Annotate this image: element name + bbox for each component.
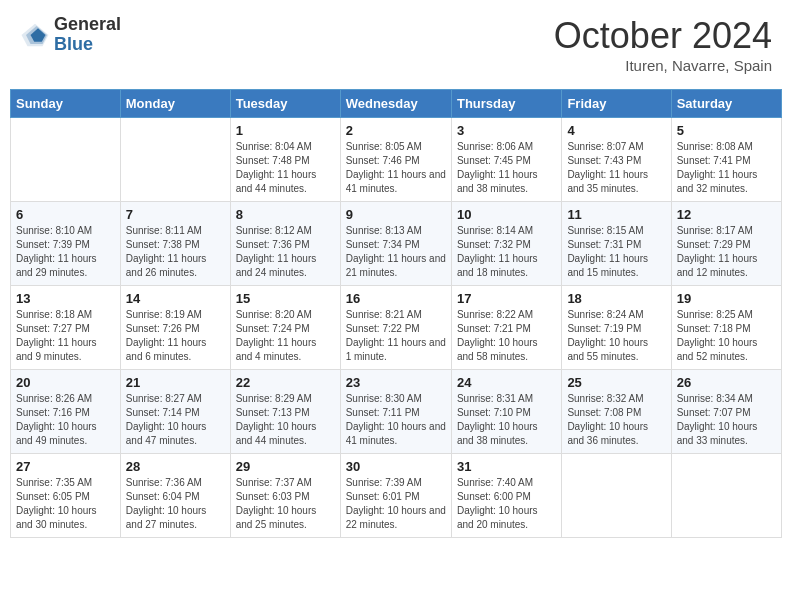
day-detail: Sunrise: 8:25 AMSunset: 7:18 PMDaylight:… xyxy=(677,308,776,364)
day-number: 12 xyxy=(677,207,776,222)
calendar-cell: 19Sunrise: 8:25 AMSunset: 7:18 PMDayligh… xyxy=(671,286,781,370)
day-detail: Sunrise: 8:18 AMSunset: 7:27 PMDaylight:… xyxy=(16,308,115,364)
day-detail: Sunrise: 8:06 AMSunset: 7:45 PMDaylight:… xyxy=(457,140,556,196)
day-detail: Sunrise: 8:21 AMSunset: 7:22 PMDaylight:… xyxy=(346,308,446,364)
day-detail: Sunrise: 8:08 AMSunset: 7:41 PMDaylight:… xyxy=(677,140,776,196)
calendar-cell: 23Sunrise: 8:30 AMSunset: 7:11 PMDayligh… xyxy=(340,370,451,454)
day-detail: Sunrise: 8:07 AMSunset: 7:43 PMDaylight:… xyxy=(567,140,665,196)
day-number: 14 xyxy=(126,291,225,306)
day-number: 26 xyxy=(677,375,776,390)
location-subtitle: Ituren, Navarre, Spain xyxy=(554,57,772,74)
weekday-header: Friday xyxy=(562,90,671,118)
day-number: 21 xyxy=(126,375,225,390)
day-number: 6 xyxy=(16,207,115,222)
day-detail: Sunrise: 8:31 AMSunset: 7:10 PMDaylight:… xyxy=(457,392,556,448)
day-number: 30 xyxy=(346,459,446,474)
calendar-cell: 3Sunrise: 8:06 AMSunset: 7:45 PMDaylight… xyxy=(451,118,561,202)
calendar-cell: 7Sunrise: 8:11 AMSunset: 7:38 PMDaylight… xyxy=(120,202,230,286)
day-number: 31 xyxy=(457,459,556,474)
day-detail: Sunrise: 8:24 AMSunset: 7:19 PMDaylight:… xyxy=(567,308,665,364)
calendar-cell: 10Sunrise: 8:14 AMSunset: 7:32 PMDayligh… xyxy=(451,202,561,286)
day-number: 20 xyxy=(16,375,115,390)
logo: General Blue xyxy=(20,15,121,55)
day-number: 10 xyxy=(457,207,556,222)
day-number: 13 xyxy=(16,291,115,306)
calendar-cell: 6Sunrise: 8:10 AMSunset: 7:39 PMDaylight… xyxy=(11,202,121,286)
day-detail: Sunrise: 8:30 AMSunset: 7:11 PMDaylight:… xyxy=(346,392,446,448)
calendar-cell: 1Sunrise: 8:04 AMSunset: 7:48 PMDaylight… xyxy=(230,118,340,202)
calendar-cell: 17Sunrise: 8:22 AMSunset: 7:21 PMDayligh… xyxy=(451,286,561,370)
day-number: 5 xyxy=(677,123,776,138)
day-detail: Sunrise: 8:12 AMSunset: 7:36 PMDaylight:… xyxy=(236,224,335,280)
month-title: October 2024 xyxy=(554,15,772,57)
calendar-cell: 24Sunrise: 8:31 AMSunset: 7:10 PMDayligh… xyxy=(451,370,561,454)
calendar-cell xyxy=(11,118,121,202)
day-detail: Sunrise: 7:37 AMSunset: 6:03 PMDaylight:… xyxy=(236,476,335,532)
day-detail: Sunrise: 8:20 AMSunset: 7:24 PMDaylight:… xyxy=(236,308,335,364)
calendar-cell: 15Sunrise: 8:20 AMSunset: 7:24 PMDayligh… xyxy=(230,286,340,370)
day-number: 25 xyxy=(567,375,665,390)
day-number: 15 xyxy=(236,291,335,306)
calendar-cell: 18Sunrise: 8:24 AMSunset: 7:19 PMDayligh… xyxy=(562,286,671,370)
day-detail: Sunrise: 7:39 AMSunset: 6:01 PMDaylight:… xyxy=(346,476,446,532)
day-number: 18 xyxy=(567,291,665,306)
calendar-cell xyxy=(120,118,230,202)
calendar-cell: 16Sunrise: 8:21 AMSunset: 7:22 PMDayligh… xyxy=(340,286,451,370)
day-detail: Sunrise: 8:19 AMSunset: 7:26 PMDaylight:… xyxy=(126,308,225,364)
day-number: 2 xyxy=(346,123,446,138)
day-detail: Sunrise: 8:10 AMSunset: 7:39 PMDaylight:… xyxy=(16,224,115,280)
calendar-cell xyxy=(671,454,781,538)
calendar-week-row: 1Sunrise: 8:04 AMSunset: 7:48 PMDaylight… xyxy=(11,118,782,202)
day-number: 23 xyxy=(346,375,446,390)
day-detail: Sunrise: 7:35 AMSunset: 6:05 PMDaylight:… xyxy=(16,476,115,532)
day-number: 22 xyxy=(236,375,335,390)
calendar-cell: 30Sunrise: 7:39 AMSunset: 6:01 PMDayligh… xyxy=(340,454,451,538)
calendar-cell: 8Sunrise: 8:12 AMSunset: 7:36 PMDaylight… xyxy=(230,202,340,286)
calendar-week-row: 20Sunrise: 8:26 AMSunset: 7:16 PMDayligh… xyxy=(11,370,782,454)
calendar-table: SundayMondayTuesdayWednesdayThursdayFrid… xyxy=(10,89,782,538)
day-number: 28 xyxy=(126,459,225,474)
day-number: 1 xyxy=(236,123,335,138)
day-detail: Sunrise: 8:14 AMSunset: 7:32 PMDaylight:… xyxy=(457,224,556,280)
logo-text: General Blue xyxy=(54,15,121,55)
day-detail: Sunrise: 8:04 AMSunset: 7:48 PMDaylight:… xyxy=(236,140,335,196)
calendar-cell: 2Sunrise: 8:05 AMSunset: 7:46 PMDaylight… xyxy=(340,118,451,202)
day-number: 7 xyxy=(126,207,225,222)
day-detail: Sunrise: 8:13 AMSunset: 7:34 PMDaylight:… xyxy=(346,224,446,280)
calendar-cell: 9Sunrise: 8:13 AMSunset: 7:34 PMDaylight… xyxy=(340,202,451,286)
day-detail: Sunrise: 8:17 AMSunset: 7:29 PMDaylight:… xyxy=(677,224,776,280)
day-detail: Sunrise: 7:40 AMSunset: 6:00 PMDaylight:… xyxy=(457,476,556,532)
calendar-cell: 4Sunrise: 8:07 AMSunset: 7:43 PMDaylight… xyxy=(562,118,671,202)
day-detail: Sunrise: 8:29 AMSunset: 7:13 PMDaylight:… xyxy=(236,392,335,448)
day-detail: Sunrise: 7:36 AMSunset: 6:04 PMDaylight:… xyxy=(126,476,225,532)
day-detail: Sunrise: 8:11 AMSunset: 7:38 PMDaylight:… xyxy=(126,224,225,280)
calendar-week-row: 27Sunrise: 7:35 AMSunset: 6:05 PMDayligh… xyxy=(11,454,782,538)
calendar-cell: 13Sunrise: 8:18 AMSunset: 7:27 PMDayligh… xyxy=(11,286,121,370)
calendar-cell: 5Sunrise: 8:08 AMSunset: 7:41 PMDaylight… xyxy=(671,118,781,202)
day-detail: Sunrise: 8:15 AMSunset: 7:31 PMDaylight:… xyxy=(567,224,665,280)
logo-blue-text: Blue xyxy=(54,35,121,55)
day-number: 24 xyxy=(457,375,556,390)
day-detail: Sunrise: 8:27 AMSunset: 7:14 PMDaylight:… xyxy=(126,392,225,448)
weekday-header: Thursday xyxy=(451,90,561,118)
weekday-header: Sunday xyxy=(11,90,121,118)
logo-icon xyxy=(20,20,50,50)
day-number: 8 xyxy=(236,207,335,222)
calendar-cell: 27Sunrise: 7:35 AMSunset: 6:05 PMDayligh… xyxy=(11,454,121,538)
weekday-header: Tuesday xyxy=(230,90,340,118)
day-detail: Sunrise: 8:22 AMSunset: 7:21 PMDaylight:… xyxy=(457,308,556,364)
calendar-week-row: 6Sunrise: 8:10 AMSunset: 7:39 PMDaylight… xyxy=(11,202,782,286)
calendar-cell xyxy=(562,454,671,538)
calendar-cell: 20Sunrise: 8:26 AMSunset: 7:16 PMDayligh… xyxy=(11,370,121,454)
weekday-header: Monday xyxy=(120,90,230,118)
calendar-cell: 14Sunrise: 8:19 AMSunset: 7:26 PMDayligh… xyxy=(120,286,230,370)
calendar-cell: 26Sunrise: 8:34 AMSunset: 7:07 PMDayligh… xyxy=(671,370,781,454)
title-area: October 2024 Ituren, Navarre, Spain xyxy=(554,15,772,74)
day-detail: Sunrise: 8:26 AMSunset: 7:16 PMDaylight:… xyxy=(16,392,115,448)
calendar-cell: 12Sunrise: 8:17 AMSunset: 7:29 PMDayligh… xyxy=(671,202,781,286)
day-detail: Sunrise: 8:34 AMSunset: 7:07 PMDaylight:… xyxy=(677,392,776,448)
day-number: 29 xyxy=(236,459,335,474)
logo-general-text: General xyxy=(54,15,121,35)
day-number: 3 xyxy=(457,123,556,138)
day-number: 19 xyxy=(677,291,776,306)
